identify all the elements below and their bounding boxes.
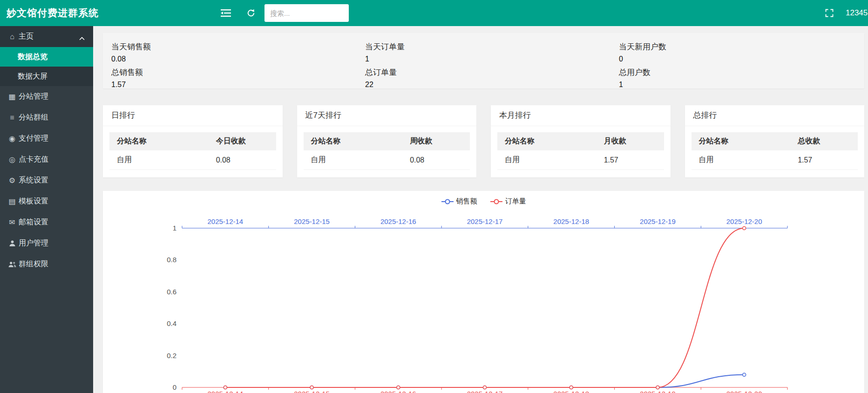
sidebar-item-card-recharge[interactable]: ◎ 点卡充值 xyxy=(0,149,93,170)
ranking-table: 分站名称 月收款 自用 1.57 xyxy=(497,132,664,170)
sidebar-item-label: 分站群组 xyxy=(19,113,48,122)
sidebar-item-payment-manage[interactable]: ◉ 支付管理 xyxy=(0,128,93,149)
search-box xyxy=(264,4,349,22)
sidebar-item-label: 数据总览 xyxy=(18,52,47,62)
sidebar-item-label: 数据大屏 xyxy=(18,72,47,81)
card-title: 总排行 xyxy=(685,105,865,126)
svg-text:2025-12-19: 2025-12-19 xyxy=(640,217,676,225)
svg-text:2025-12-15: 2025-12-15 xyxy=(294,390,330,393)
search-input[interactable] xyxy=(264,4,349,22)
sidebar-item-label: 系统设置 xyxy=(19,176,48,185)
stat-label: 当天订单量 xyxy=(365,41,610,52)
sidebar-item-substation-groups[interactable]: ≡ 分站群组 xyxy=(0,107,93,128)
sales-orders-chart-card: 销售额 订单量 2025-12-142025-12-142025-12-1520… xyxy=(103,191,864,393)
stats-panel: 当天销售额 0.08 当天订单量 1 当天新用户数 0 总销售额 1.57 总订… xyxy=(103,33,864,88)
svg-text:2025-12-15: 2025-12-15 xyxy=(294,217,330,225)
mail-icon: ✉ xyxy=(7,218,17,227)
chart-legend: 销售额 订单量 xyxy=(103,191,864,206)
col-amount: 周收款 xyxy=(402,132,470,150)
card-title: 本月排行 xyxy=(491,105,671,126)
cell-amount: 0.08 xyxy=(209,150,276,170)
ranking-card-7days: 近7天排行 分站名称 周收款 自用 0.08 xyxy=(297,105,477,177)
home-submenu: 数据总览 数据大屏 xyxy=(0,47,93,86)
sidebar-item-label: 群组权限 xyxy=(19,259,48,269)
refresh-glyph xyxy=(246,8,256,18)
col-substation-name: 分站名称 xyxy=(692,132,791,150)
ranking-table: 分站名称 今日收款 自用 0.08 xyxy=(109,132,276,170)
template-icon: ▤ xyxy=(7,197,17,206)
sidebar-item-template-settings[interactable]: ▤ 模板设置 xyxy=(0,191,93,212)
svg-text:2025-12-16: 2025-12-16 xyxy=(380,390,416,393)
gear-icon: ⚙ xyxy=(7,176,17,185)
table-row: 自用 0.08 xyxy=(304,150,470,170)
sidebar-item-user-manage[interactable]: 用户管理 xyxy=(0,233,93,254)
fullscreen-icon[interactable] xyxy=(819,0,840,26)
sidebar-item-group-permissions[interactable]: 群组权限 xyxy=(0,254,93,275)
line-circle-marker-icon xyxy=(441,199,454,204)
legend-item-orders[interactable]: 订单量 xyxy=(490,197,526,206)
top-header: 妙文馆付费进群系统 12345 xyxy=(0,0,868,26)
card-title: 近7天排行 xyxy=(297,105,477,126)
sidebar-item-label: 支付管理 xyxy=(19,134,48,143)
svg-text:0.4: 0.4 xyxy=(167,319,176,327)
sidebar-item-mail-settings[interactable]: ✉ 邮箱设置 xyxy=(0,212,93,233)
stat-label: 总销售额 xyxy=(111,67,357,78)
stat-value: 22 xyxy=(365,81,610,89)
stat-value: 1 xyxy=(365,55,610,63)
svg-text:2025-12-20: 2025-12-20 xyxy=(726,390,762,393)
home-icon: ⌂ xyxy=(7,33,17,41)
menu-toggle-icon[interactable] xyxy=(216,0,236,26)
stat-today-orders: 当天订单量 1 xyxy=(357,38,610,63)
stat-value: 1.57 xyxy=(111,81,357,89)
ranking-table: 分站名称 总收款 自用 1.57 xyxy=(692,132,858,170)
username[interactable]: 12345 xyxy=(846,0,868,26)
card-title: 日排行 xyxy=(103,105,283,126)
refresh-icon[interactable] xyxy=(241,0,261,26)
stat-label: 总用户数 xyxy=(619,67,864,78)
cell-amount: 1.57 xyxy=(597,150,664,170)
cell-amount: 1.57 xyxy=(790,150,858,170)
svg-text:2025-12-17: 2025-12-17 xyxy=(467,217,503,225)
stat-value: 0 xyxy=(619,55,864,63)
svg-text:0.8: 0.8 xyxy=(167,256,176,264)
legend-item-sales[interactable]: 销售额 xyxy=(441,197,477,206)
sidebar-item-label: 邮箱设置 xyxy=(19,217,48,227)
svg-text:2025-12-18: 2025-12-18 xyxy=(553,217,589,225)
svg-text:2025-12-17: 2025-12-17 xyxy=(467,390,503,393)
app-title: 妙文馆付费进群系统 xyxy=(7,0,99,26)
ranking-table: 分站名称 周收款 自用 0.08 xyxy=(304,132,470,170)
line-circle-marker-icon xyxy=(490,199,502,204)
sidebar-item-label: 模板设置 xyxy=(19,196,48,206)
sidebar-item-home[interactable]: ⌂ 主页 xyxy=(0,26,93,47)
substation-manage-icon: ▦ xyxy=(7,92,17,101)
fullscreen-glyph xyxy=(825,8,834,18)
chevron-up-icon xyxy=(79,34,85,42)
substation-groups-icon: ≡ xyxy=(7,114,17,122)
cell-amount: 0.08 xyxy=(402,150,470,170)
sidebar-item-data-overview[interactable]: 数据总览 xyxy=(0,47,93,67)
payment-icon: ◉ xyxy=(7,134,17,143)
stat-label: 总订单量 xyxy=(365,67,610,78)
card-recharge-icon: ◎ xyxy=(7,155,17,164)
sidebar-item-label: 主页 xyxy=(19,32,34,41)
svg-text:2025-12-19: 2025-12-19 xyxy=(640,390,676,393)
table-row: 自用 1.57 xyxy=(692,150,858,170)
stat-today-new-users: 当天新用户数 0 xyxy=(610,38,864,63)
col-substation-name: 分站名称 xyxy=(304,132,403,150)
three-bars-icon xyxy=(221,9,231,17)
stat-today-sales: 当天销售额 0.08 xyxy=(103,38,357,63)
svg-text:2025-12-20: 2025-12-20 xyxy=(726,217,762,225)
sidebar: ⌂ 主页 数据总览 数据大屏 ▦ 分站管理 ≡ 分站群组 ◉ 支付管理 ◎ 点卡… xyxy=(0,26,93,393)
legend-label: 订单量 xyxy=(505,197,526,206)
stat-total-sales: 总销售额 1.57 xyxy=(103,63,357,89)
sidebar-item-substation-manage[interactable]: ▦ 分站管理 xyxy=(0,86,93,107)
sidebar-item-data-bigscreen[interactable]: 数据大屏 xyxy=(0,67,93,86)
legend-label: 销售额 xyxy=(456,197,477,206)
svg-text:2025-12-14: 2025-12-14 xyxy=(207,217,243,225)
svg-text:0.6: 0.6 xyxy=(167,288,176,296)
ranking-card-daily: 日排行 分站名称 今日收款 自用 0.08 xyxy=(103,105,283,177)
svg-text:0.2: 0.2 xyxy=(167,352,176,359)
sidebar-item-system-settings[interactable]: ⚙ 系统设置 xyxy=(0,170,93,191)
col-substation-name: 分站名称 xyxy=(497,132,597,150)
line-chart: 2025-12-142025-12-142025-12-152025-12-15… xyxy=(103,191,864,393)
